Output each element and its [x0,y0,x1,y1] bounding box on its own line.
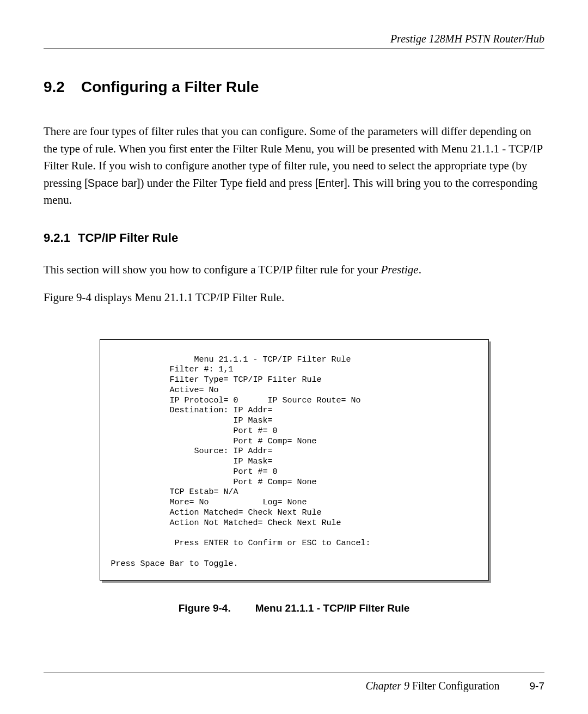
figure-title: Menu 21.1.1 - TCP/IP Filter Rule [255,602,410,614]
footer: Chapter 9 Filter Configuration 9-7 [44,673,544,692]
footer-divider [44,673,544,673]
section-heading: 9.2Configuring a Filter Rule [44,78,544,96]
footer-chapter-label: Chapter 9 [365,680,412,692]
spacebar-key-label: [Space bar] [84,177,140,189]
footer-page-number: 9-7 [530,680,544,692]
subsection-intro-text1: This section will show you how to config… [44,263,381,276]
figure-wrapper: Menu 21.1.1 - TCP/IP Filter Rule Filter … [44,339,544,581]
subsection-intro: This section will show you how to config… [44,261,544,279]
section-number: 9.2 [44,78,65,96]
section-title: Configuring a Filter Rule [81,78,259,95]
footer-chapter-title: Filter Configuration [412,680,500,692]
figure-reference: Figure 9-4 displays Menu 21.1.1 TCP/IP F… [44,289,544,307]
header-product-name: Prestige 128MH PSTN Router/Hub [44,33,544,45]
header-divider [44,48,544,48]
terminal-box: Menu 21.1.1 - TCP/IP Filter Rule Filter … [100,339,489,581]
prestige-italic: Prestige [381,263,418,276]
subsection-number: 9.2.1 [44,231,70,245]
figure-label: Figure 9-4. [179,602,231,614]
footer-content: Chapter 9 Filter Configuration 9-7 [44,680,544,692]
subsection-intro-text2: . [419,263,421,276]
enter-key-label: [Enter] [315,177,347,189]
intro-text-part2: ) under the Filter Type field and press [140,176,315,190]
intro-paragraph: There are four types of filter rules tha… [44,123,544,209]
subsection-title: TCP/IP Filter Rule [78,231,178,245]
figure-caption: Figure 9-4.Menu 21.1.1 - TCP/IP Filter R… [44,602,544,614]
subsection-heading: 9.2.1TCP/IP Filter Rule [44,231,544,245]
